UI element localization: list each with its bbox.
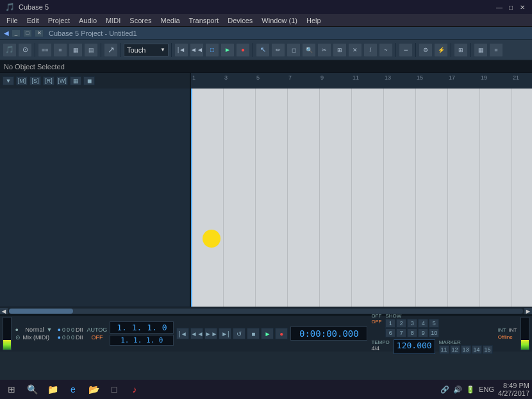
toolbar-btn-fx[interactable]: ⚙ [419, 43, 433, 57]
marker-10[interactable]: 10 [429, 328, 439, 337]
track-header-btn-5[interactable]: [W] [56, 76, 68, 85]
toolbar-btn-mute[interactable]: ✕ [348, 43, 362, 57]
toolbar-btn-a4[interactable]: ▤ [84, 43, 98, 57]
transport-play-btn[interactable]: ► [261, 328, 274, 339]
taskbar-files[interactable]: 📁 [44, 381, 62, 398]
scroll-right-btn[interactable]: ► [524, 308, 532, 314]
toolbar-btn-metronome[interactable]: 🎵 [3, 43, 17, 57]
grid-line-2 [223, 89, 224, 307]
project-max-button[interactable]: □ [23, 30, 32, 37]
start-button[interactable]: ⊞ [3, 381, 21, 398]
track-header-btn-7[interactable]: ◼ [83, 76, 95, 85]
toolbar-btn-glue[interactable]: ⊞ [333, 43, 347, 57]
transport-stop-btn[interactable]: ■ [247, 328, 260, 339]
arrangement-area[interactable] [191, 89, 532, 307]
toolbar-btn-curve[interactable]: ~ [379, 43, 393, 57]
close-button[interactable]: ✕ [518, 3, 527, 12]
toolbar-btn-select[interactable]: ↖ [256, 43, 270, 57]
toolbar-btn-snap[interactable]: ▦ [474, 43, 488, 57]
transport-record-btn[interactable]: ● [275, 328, 288, 339]
marker-2[interactable]: 2 [396, 319, 406, 328]
toolbar-btn-line[interactable]: / [363, 43, 378, 57]
marker-9[interactable]: 9 [418, 328, 428, 337]
toolbar-btn-zoom[interactable]: 🔍 [302, 43, 316, 57]
menu-midi[interactable]: MIDI [102, 15, 124, 26]
menu-file[interactable]: File [3, 15, 22, 26]
scroll-thumb[interactable] [9, 309, 73, 314]
project-close-button[interactable]: ✕ [35, 30, 44, 37]
maximize-button[interactable]: □ [506, 3, 515, 12]
normal-label: Normal [26, 327, 44, 333]
marker-grid-2: 11 12 13 14 15 [439, 345, 493, 354]
marker-15[interactable]: 15 [483, 345, 493, 354]
ruler-mark-15: 15 [417, 74, 423, 81]
taskbar-search[interactable]: 🔍 [23, 381, 41, 398]
menu-edit[interactable]: Edit [23, 15, 43, 26]
h-scrollbar[interactable]: ◄ ► [0, 307, 532, 314]
marker-11[interactable]: 11 [439, 345, 449, 354]
minimize-button[interactable]: — [495, 3, 504, 12]
menu-transport[interactable]: Transport [185, 15, 223, 26]
toolbar-btn-a1[interactable]: ≡≡ [38, 43, 52, 57]
menu-audio[interactable]: Audio [75, 15, 101, 26]
transport-end-btn[interactable]: ►| [219, 328, 231, 339]
sync-section: INT INT Offline [497, 326, 519, 341]
taskbar-folder[interactable]: 📂 [85, 381, 103, 398]
menu-media[interactable]: Media [157, 15, 184, 26]
menu-project[interactable]: Project [44, 15, 74, 26]
toolbar-btn-cursor[interactable]: ↗ [104, 43, 118, 57]
toolbar-btn-stop[interactable]: □ [205, 43, 219, 57]
transport-fwd-btn[interactable]: ►► [204, 328, 217, 339]
toolbar-btn-erase[interactable]: ◻ [287, 43, 301, 57]
toolbar-btn-rewind[interactable]: ◄◄ [190, 43, 204, 57]
menu-help[interactable]: Help [303, 15, 325, 26]
transport-rewind-btn[interactable]: |◄ [176, 328, 189, 339]
track-header-btn-1[interactable]: ▼ [3, 76, 14, 85]
toolbar-btn-loop[interactable]: ⊙ [18, 43, 32, 57]
marker-12[interactable]: 12 [450, 345, 460, 354]
transport-prev-btn[interactable]: ◄◄ [190, 328, 203, 339]
marker-7[interactable]: 7 [396, 328, 406, 337]
menu-window[interactable]: Window (1) [258, 15, 301, 26]
project-title-bar: ◀ _ □ ✕ Cubase 5 Project - Untitled1 [0, 27, 532, 40]
marker-5[interactable]: 5 [429, 319, 439, 328]
toolbar-btn-minus[interactable]: − [399, 43, 413, 57]
time-display: 0:00:00.000 [290, 327, 367, 341]
toolbar-btn-link[interactable]: ≡ [489, 43, 503, 57]
track-header-controls: ▼ [M] [S] [R] [W] ▦ ◼ [0, 73, 191, 89]
project-min-button[interactable]: _ [12, 30, 21, 37]
toolbar-sep-6 [395, 43, 396, 57]
toolbar-btn-draw[interactable]: ✏ [271, 43, 285, 57]
grid-line-6 [351, 89, 352, 307]
marker-4[interactable]: 4 [418, 319, 428, 328]
scroll-track[interactable] [9, 309, 523, 314]
track-header-btn-2[interactable]: [M] [16, 76, 28, 85]
track-header-btn-3[interactable]: [S] [29, 76, 41, 85]
toolbar-btn-auto[interactable]: ⚡ [434, 43, 448, 57]
toolbar-btn-a2[interactable]: ≡ [53, 43, 67, 57]
playhead [191, 89, 192, 307]
menu-devices[interactable]: Devices [224, 15, 256, 26]
scroll-left-btn[interactable]: ◄ [0, 308, 8, 314]
toolbar-btn-split[interactable]: ✂ [317, 43, 331, 57]
taskbar-ie[interactable]: e [64, 381, 82, 398]
marker-6[interactable]: 6 [385, 328, 395, 337]
toolbar-btn-play[interactable]: ► [220, 43, 235, 57]
toolbar-btn-record[interactable]: ● [236, 43, 250, 57]
int-label: INT [509, 327, 517, 333]
transport-loop-btn[interactable]: ↺ [233, 328, 245, 339]
marker-13[interactable]: 13 [461, 345, 471, 354]
toolbar-btn-grid[interactable]: ⊞ [454, 43, 468, 57]
cubase-taskbar-btn[interactable]: ♪ [126, 381, 144, 398]
marker-14[interactable]: 14 [472, 345, 482, 354]
menu-scores[interactable]: Scores [126, 15, 155, 26]
track-header-btn-4[interactable]: [R] [43, 76, 54, 85]
toolbar-btn-goto-start[interactable]: |◄ [174, 43, 188, 57]
touch-dropdown[interactable]: Touch ▼ [124, 44, 169, 56]
marker-1[interactable]: 1 [385, 319, 395, 328]
marker-3[interactable]: 3 [407, 319, 417, 328]
toolbar-btn-a3[interactable]: ▦ [69, 43, 83, 57]
track-header-btn-6[interactable]: ▦ [70, 76, 81, 85]
taskbar-store[interactable]: □ [105, 381, 123, 398]
marker-8[interactable]: 8 [407, 328, 417, 337]
